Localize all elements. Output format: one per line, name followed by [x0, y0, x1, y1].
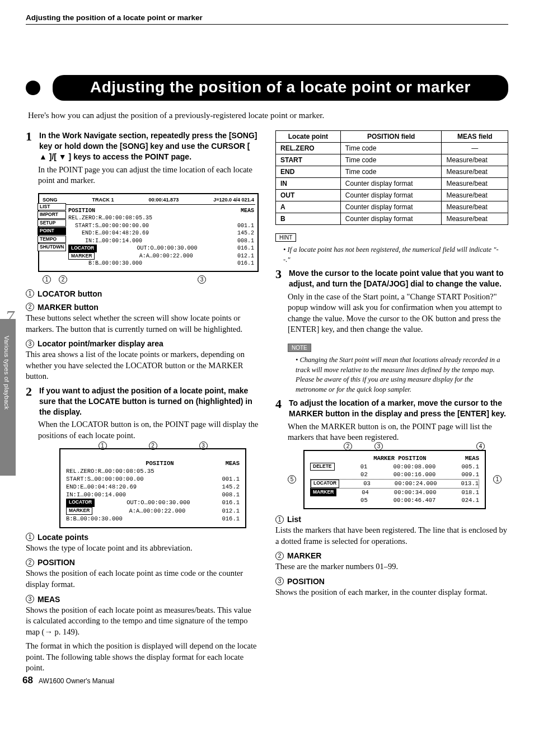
callout-2: 2 [59, 275, 67, 284]
fig2-row-6-l: B:B…00:00:30.000 [66, 515, 123, 523]
legend3-3-label: POSITION [287, 577, 325, 586]
table-row: OUTCounter display formatMeasure/beat [276, 190, 508, 201]
fig1-row-1-l: START:S…00:00:00:00.00 [68, 222, 149, 230]
legend3-1-label: List [287, 515, 301, 524]
fig2-row-3-r: 008.1 [222, 491, 240, 499]
lcd-time-label: 00:00:41.873 [149, 196, 179, 203]
fig1-row-5-l: A:A…00:00:22.000 [139, 252, 193, 260]
step-3-heading: Move the cursor to the locate point valu… [289, 268, 508, 289]
step-number-1: 1 [26, 130, 36, 162]
fig2-marker-chip: MARKER [66, 507, 92, 515]
step-4-heading: To adjust the location of a marker, move… [289, 398, 508, 419]
lcd-screenshot-1: SONG TRACK 1 00:00:41.873 J=120.0 4/4 02… [38, 193, 259, 272]
manual-title: AW1600 Owner's Manual [39, 677, 114, 685]
step-number-2: 2 [26, 386, 36, 417]
fig2-head-meas: MEAS [226, 459, 240, 467]
legend3-2-num: 2 [275, 552, 284, 560]
legend3-3-num: 3 [275, 577, 284, 585]
fig1-row-4-l: OUT:O…00:00:30.000 [137, 245, 198, 252]
mfig-callout-5: 5 [288, 475, 296, 483]
lcd-song-label: SONG [43, 196, 58, 203]
lcd-screenshot-2: 1 2 3 POSITION MEAS REL.ZERO:R…00:00:08:… [59, 448, 246, 528]
mfig-marker-chip: MARKER [310, 489, 336, 497]
callout-1: 1 [43, 275, 51, 284]
side-tab-label: Various types of playback [3, 336, 10, 410]
table-row: REL.ZEROTime code— [276, 143, 508, 154]
fig2-row-1-l: START:S…00:00:00:00.00 [66, 475, 144, 483]
fig1-row-2-r: 145.2 [237, 229, 254, 237]
step-number-4: 4 [275, 398, 285, 419]
legend2-3-label: MEAS [38, 595, 60, 604]
legend1-3-num: 3 [26, 340, 34, 348]
legend2-1-body: Shows the type of locate point and its a… [26, 543, 259, 554]
tab-setup: SETUP [38, 219, 66, 227]
lcd-screenshot-marker: 2 3 4 5 1 MARKER POSITION MEAS DELETE 01… [303, 450, 486, 509]
fig2-row-4-r: 016.1 [222, 499, 240, 506]
th-position: POSITION field [340, 131, 442, 143]
legend3-1-num: 1 [275, 515, 284, 524]
callout-3: 3 [198, 275, 206, 284]
mfig-callout-3: 3 [374, 442, 383, 450]
legend2-2-label: POSITION [38, 558, 75, 567]
legend1-12-body: These buttons select whether the screen … [26, 313, 259, 335]
step-4-body: When the MARKER button is on, the POINT … [288, 421, 508, 443]
tab-import: IMPORT [38, 211, 66, 218]
fig1-row-6-l: B:B…00:00:30.000 [68, 260, 142, 267]
legend2-3-num: 3 [26, 595, 34, 603]
fig2-locator-chip: LOCATOR [66, 499, 95, 506]
legend1-1-num: 1 [26, 289, 34, 298]
mfig-head-meas: MEAS [465, 454, 479, 463]
note-tag: NOTE [288, 344, 311, 352]
table-row: INCounter display formatMeasure/beat [276, 178, 508, 190]
legend2-3-body-2: The format in which the position is disp… [26, 641, 259, 674]
table-row: BCounter display formatMeasure/beat [276, 213, 508, 225]
fig1-row-3-r: 008.1 [237, 237, 254, 245]
fig2-row-2-l: END:E…00:04:48:20.69 [66, 483, 137, 491]
locate-point-table: Locate point POSITION field MEAS field R… [275, 130, 508, 225]
legend2-3-body-1: Shows the position of each locate point … [26, 605, 259, 638]
fig2-callout-3: 3 [199, 442, 208, 450]
fig2-callout-1: 1 [99, 442, 107, 450]
legend2-1-label: Locate points [38, 533, 88, 542]
th-locate-point: Locate point [276, 131, 341, 143]
locator-chip: LOCATOR [68, 245, 97, 252]
legend2-2-body: Shows the position of each locate point … [26, 568, 259, 590]
page-number: 68 [22, 675, 33, 686]
step-2-body: When the LOCATOR button is on, the POINT… [38, 419, 259, 441]
fig1-row-1-r: 001.1 [237, 222, 254, 230]
note-body: Changing the Start point will mean that … [296, 355, 505, 395]
fig1-row-0-l: REL.ZERO:R…00:00:08:05.35 [68, 214, 152, 222]
tab-tempo: TEMPO [38, 236, 66, 243]
mfig-callout-2: 2 [344, 442, 352, 450]
hint-callout: HINT If a locate point has not been regi… [275, 232, 508, 265]
fig2-row-5-r: 012.1 [222, 507, 240, 515]
hint-tag: HINT [275, 233, 296, 242]
fig2-row-3-l: IN:I…00:00:14.000 [66, 491, 126, 499]
fig1-row-6-r: 016.1 [237, 260, 254, 267]
legend1-1-label: LOCATOR button [38, 289, 102, 298]
legend1-3-label: Locator point/marker display area [38, 339, 163, 348]
fig2-row-5-l: A:A…00:00:22.000 [129, 507, 185, 515]
step-3-body: Only in the case of the Start point, a "… [288, 292, 508, 335]
fig2-head-pos: POSITION [146, 459, 174, 467]
th-meas: MEAS field [442, 131, 508, 143]
legend1-2-num: 2 [26, 303, 34, 311]
tab-list: LIST [38, 203, 66, 210]
fig1-head-pos: POSITION [68, 207, 95, 215]
mfig-callout-1: 1 [493, 475, 502, 483]
legend2-2-num: 2 [26, 558, 34, 567]
running-head: Adjusting the position of a locate point… [26, 13, 508, 25]
title-bullet-icon [26, 81, 40, 95]
tab-point: POINT [38, 227, 66, 234]
mfig-callout-4: 4 [476, 442, 485, 450]
step-2-heading: If you want to adjust the position of a … [39, 386, 259, 417]
legend2-1-num: 1 [26, 533, 34, 541]
fig2-callout-2: 2 [149, 442, 157, 450]
tab-shutdwn: SHUTDWN [38, 243, 66, 251]
step-1-body: In the POINT page you can adjust the tim… [38, 165, 259, 186]
fig2-row-2-r: 145.2 [222, 483, 240, 491]
legend3-2-label: MARKER [287, 551, 321, 560]
lcd-track-label: TRACK 1 [92, 196, 114, 203]
legend3-3-body: Shows the position of each marker, in th… [275, 587, 508, 598]
table-row: ACounter display formatMeasure/beat [276, 201, 508, 213]
